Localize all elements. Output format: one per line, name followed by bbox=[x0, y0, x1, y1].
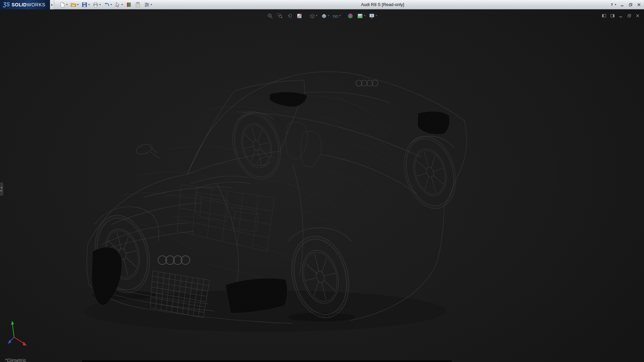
pane-left-icon bbox=[602, 13, 606, 18]
edit-appearance-button[interactable] bbox=[346, 12, 355, 20]
help-button[interactable]: ▾ bbox=[608, 1, 617, 8]
wireframe-car-model bbox=[84, 72, 467, 332]
document-window-controls bbox=[601, 12, 640, 20]
splitter-expand-icon: ▸ bbox=[1, 189, 2, 192]
close-document-icon bbox=[635, 13, 640, 18]
close-document-button[interactable] bbox=[635, 12, 640, 20]
zoom-to-fit-icon bbox=[267, 13, 273, 19]
minimize-window-button[interactable] bbox=[619, 1, 626, 8]
edit-color-button[interactable] bbox=[125, 1, 133, 9]
window-title: Audi R8 S [Read-only] bbox=[361, 0, 404, 9]
open-document-icon bbox=[70, 2, 76, 8]
display-style-button[interactable]: ▾ bbox=[320, 12, 330, 20]
zoom-to-area-icon bbox=[277, 13, 283, 19]
window-controls: ▾ bbox=[608, 0, 642, 9]
pane-right-button[interactable] bbox=[610, 12, 615, 20]
heads-up-view-toolbar: ▾▾▾▾▾ bbox=[266, 12, 378, 20]
apply-scene-icon bbox=[357, 13, 363, 19]
apply-scene-dropdown-arrow-icon[interactable]: ▾ bbox=[364, 14, 365, 17]
restore-document-icon bbox=[627, 13, 632, 18]
orientation-triad-icon bbox=[8, 321, 27, 346]
print-button[interactable]: ▾ bbox=[92, 1, 102, 9]
zoom-to-area-button[interactable] bbox=[276, 12, 284, 20]
print-icon bbox=[93, 2, 99, 8]
view-orientation-label: *Dimetric bbox=[5, 357, 26, 362]
options-dropdown-arrow-icon[interactable]: ▾ bbox=[151, 3, 152, 6]
audi-rings-front bbox=[158, 256, 190, 264]
view-settings-icon bbox=[369, 13, 375, 19]
maximize-window-icon bbox=[628, 2, 633, 7]
save-button[interactable]: ▾ bbox=[80, 1, 91, 9]
graphics-area: ▾▾▾▾▾ ◂ ▸ *Dimetric bbox=[0, 9, 644, 362]
undo-dropdown-arrow-icon[interactable]: ▾ bbox=[110, 3, 112, 6]
minimize-window-icon bbox=[620, 2, 625, 7]
display-style-dropdown-arrow-icon[interactable]: ▾ bbox=[328, 14, 329, 17]
help-dropdown-arrow-icon[interactable]: ▾ bbox=[615, 3, 616, 6]
previous-view-button[interactable] bbox=[285, 12, 294, 20]
help-icon bbox=[609, 2, 614, 7]
pane-right-icon bbox=[610, 13, 615, 18]
hide-show-items-dropdown-arrow-icon[interactable]: ▾ bbox=[339, 14, 341, 17]
minimize-document-button[interactable] bbox=[618, 12, 624, 20]
brand-text-solid: SOLID bbox=[11, 2, 26, 7]
zoom-to-fit-button[interactable] bbox=[266, 12, 274, 20]
close-window-button[interactable] bbox=[636, 1, 642, 8]
open-document-button[interactable]: ▾ bbox=[69, 1, 79, 9]
close-window-icon bbox=[637, 2, 641, 7]
dassault-logo-icon: ƷS bbox=[3, 2, 10, 8]
options-icon bbox=[144, 2, 150, 8]
rebuild-button[interactable] bbox=[134, 1, 142, 9]
main-toolbar: ▾▾▾▾▾▾▾ bbox=[54, 1, 153, 9]
taskbar-edge bbox=[82, 360, 452, 362]
select-icon bbox=[115, 2, 121, 8]
pane-left-button[interactable] bbox=[601, 12, 607, 20]
hide-show-items-button[interactable]: ▾ bbox=[331, 12, 342, 20]
section-view-button[interactable] bbox=[295, 12, 304, 20]
view-settings-dropdown-arrow-icon[interactable]: ▾ bbox=[376, 14, 377, 17]
restore-document-button[interactable] bbox=[627, 12, 632, 20]
new-document-dropdown-arrow-icon[interactable]: ▾ bbox=[66, 3, 67, 6]
brand-text-works: WORKS bbox=[27, 2, 45, 7]
view-settings-button[interactable]: ▾ bbox=[368, 12, 378, 20]
model-canvas[interactable] bbox=[0, 9, 644, 362]
splitter-collapse-icon: ◂ bbox=[1, 186, 2, 189]
apply-scene-button[interactable]: ▾ bbox=[356, 12, 366, 20]
undo-icon bbox=[104, 2, 110, 8]
save-icon bbox=[82, 2, 88, 8]
maximize-window-button[interactable] bbox=[627, 1, 634, 8]
title-bar: ƷS SOLIDWORKS ▸ ▾▾▾▾▾▾▾ Audi R8 S [Read-… bbox=[0, 0, 644, 9]
select-button[interactable]: ▾ bbox=[114, 1, 124, 9]
options-button[interactable]: ▾ bbox=[143, 1, 153, 9]
new-document-button[interactable]: ▾ bbox=[58, 1, 68, 9]
hide-show-items-icon bbox=[332, 13, 339, 19]
display-style-icon bbox=[321, 13, 327, 19]
undo-button[interactable]: ▾ bbox=[103, 1, 113, 9]
view-orientation-button[interactable]: ▾ bbox=[308, 12, 318, 20]
section-view-icon bbox=[296, 13, 303, 19]
open-document-dropdown-arrow-icon[interactable]: ▾ bbox=[77, 3, 78, 6]
new-document-icon bbox=[59, 2, 65, 8]
edit-appearance-icon bbox=[347, 13, 354, 19]
panel-splitter-handle[interactable]: ◂ ▸ bbox=[0, 183, 3, 195]
previous-view-icon bbox=[286, 13, 293, 19]
print-dropdown-arrow-icon[interactable]: ▾ bbox=[99, 3, 101, 6]
solidworks-logo: ƷS SOLIDWORKS bbox=[0, 0, 50, 9]
select-dropdown-arrow-icon[interactable]: ▾ bbox=[121, 3, 123, 6]
save-dropdown-arrow-icon[interactable]: ▾ bbox=[88, 3, 90, 6]
rebuild-icon bbox=[135, 2, 141, 8]
minimize-document-icon bbox=[619, 13, 623, 18]
audi-rings-rear bbox=[356, 80, 378, 86]
edit-color-icon bbox=[126, 2, 132, 8]
view-orientation-dropdown-arrow-icon[interactable]: ▾ bbox=[316, 14, 317, 17]
view-orientation-icon bbox=[309, 13, 315, 19]
menu-expand-button[interactable]: ▸ bbox=[50, 0, 54, 9]
